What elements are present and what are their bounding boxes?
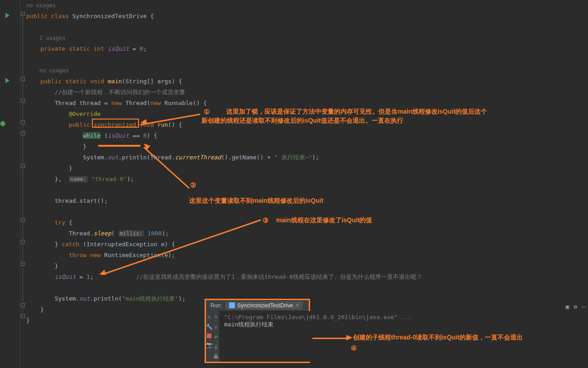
code-line: private static int isQuit = 0; <box>26 43 588 54</box>
annotation-text-3: main线程在这里修改了isQuit的值 <box>276 216 372 225</box>
code-line: } <box>26 163 588 174</box>
annotation-text-2: 这里这个变量读取不到main线程修改后的isQuit <box>189 197 323 205</box>
wrench-icon[interactable]: 🔧 <box>206 324 212 330</box>
fold-toggle[interactable]: − <box>21 240 25 244</box>
fold-toggle[interactable]: − <box>21 12 25 16</box>
annotation-arrowhead-4 <box>346 335 353 340</box>
fold-column: − − − − − − − − − − − <box>20 0 27 368</box>
down-icon[interactable]: ↓ <box>213 324 219 330</box>
fold-toggle[interactable]: − <box>21 314 25 318</box>
usage-hint: 2 usages <box>26 33 588 43</box>
code-line: } <box>26 141 588 152</box>
code-line: Thread thread = new Thread(new Runnable(… <box>26 98 588 109</box>
usage-hint: no usages <box>26 65 588 76</box>
fold-toggle[interactable]: − <box>21 218 25 222</box>
output-line: "C:\Program Files\Java\jdk1.8.0_201\bin\… <box>224 314 412 320</box>
scroll-end-icon[interactable]: ⤓ <box>213 344 219 350</box>
code-line: //创建一个新线程，不断访问我们的一个成员变量 <box>26 87 588 98</box>
code-line: Thread.sleep( millis: 1000); <box>26 228 588 239</box>
gear-icon[interactable]: ⚙ <box>574 303 577 310</box>
code-line: } catch (InterruptedException e) { <box>26 239 588 250</box>
softwrap-icon[interactable]: ↩ <box>213 334 219 340</box>
fold-toggle[interactable]: − <box>21 262 25 266</box>
run-tab[interactable]: SynchronizedTestDrive ✕ <box>225 301 303 310</box>
annotation-marker-4: ④ <box>351 344 357 352</box>
annotation-text-1a: 这里加了锁，应该是保证了方法中变量的内存可见性。但是当main线程修改isQui… <box>226 108 487 116</box>
java-config-icon <box>229 302 235 308</box>
output-line: main线程执行结束 <box>224 321 273 328</box>
print-icon[interactable]: 🖶 <box>213 354 219 360</box>
annotation-marker-2: ② <box>190 181 196 189</box>
code-line: public static void main(String[] args) { <box>26 76 588 87</box>
fold-toggle[interactable]: − <box>21 99 25 103</box>
layout-icon[interactable]: ▣ <box>566 303 569 310</box>
run-label: Run: <box>210 302 222 309</box>
editor-gutter <box>0 0 20 368</box>
code-line: while (isQuit == 0) { <box>26 130 588 141</box>
run-tool-window: Run: SynchronizedTestDrive ✕ ↻ 🔧 📷 ↑ ↓ ↩… <box>205 299 310 363</box>
usage-hint: no usages <box>26 0 588 11</box>
fold-toggle[interactable]: − <box>21 164 25 168</box>
annotation-marker-3: ③ <box>263 216 268 225</box>
run-main-icon[interactable] <box>5 78 10 83</box>
up-icon[interactable]: ↑ <box>213 314 219 320</box>
camera-icon[interactable]: 📷 <box>206 342 212 348</box>
fold-toggle[interactable]: − <box>21 303 25 307</box>
run-toolbar-secondary: ↑ ↓ ↩ ⤓ 🖶 <box>213 311 220 362</box>
code-line: isQuit = 1; //在这里我将成员变量的值设置为了1，案例来说threa… <box>26 272 588 282</box>
rerun-icon[interactable]: ↻ <box>206 314 212 320</box>
run-class-icon[interactable] <box>5 13 10 18</box>
code-line: public class SynchronizedTestDrive { <box>26 11 588 22</box>
annotation-arrow-4 <box>312 338 349 339</box>
tool-window-top-icons: ▣ ⚙ — <box>566 303 585 310</box>
fold-toggle[interactable]: − <box>21 131 25 135</box>
minimize-icon[interactable]: — <box>582 303 585 310</box>
fold-toggle[interactable]: − <box>21 120 25 124</box>
code-line: System.out.println(Thread.currentThread(… <box>26 152 588 163</box>
code-line: throw new RuntimeException(e); <box>26 250 588 261</box>
run-toolbar-primary: ↻ 🔧 📷 <box>206 311 213 362</box>
run-tab-label: SynchronizedTestDrive <box>237 302 293 309</box>
fold-toggle[interactable]: − <box>21 77 25 81</box>
close-icon[interactable]: ✕ <box>295 302 299 308</box>
annotation-text-1b: 新创建的线程还是读取不到修改后的isQuit值还是不会退出。一直在执行 <box>201 117 403 125</box>
vcs-modified-marker: ⬤ <box>0 120 5 126</box>
code-line: }, name: "thread-0"); <box>26 174 588 185</box>
run-header: Run: SynchronizedTestDrive ✕ <box>206 300 309 311</box>
code-line: } <box>26 261 588 272</box>
annotation-arrowhead-1 <box>140 119 147 125</box>
stop-icon[interactable] <box>207 334 211 338</box>
annotation-marker-1: ① <box>204 108 210 116</box>
annotation-text-4: 创建的子线程thread-0读取不到isQuit的新值，一直不会退出 <box>353 334 523 342</box>
